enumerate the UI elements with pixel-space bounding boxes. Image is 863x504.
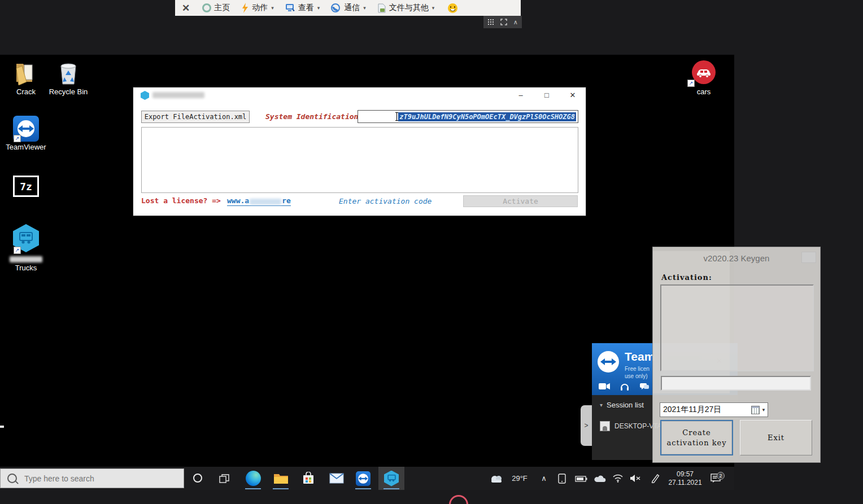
chevron-down-icon: ▾ [363,5,366,11]
volume-muted-icon[interactable] [628,467,643,490]
maximize-button[interactable]: □ [537,87,557,102]
keygen-close-button[interactable] [801,252,816,263]
avatar [600,421,610,431]
activation-dialog: – □ ✕ Export FileActivation.xml System I… [133,87,586,216]
create-button-line2: activation key [666,438,726,448]
export-fileactivation-button[interactable]: Export FileActivation.xml [141,111,250,123]
wifi-icon[interactable] [611,467,625,490]
license-list-box[interactable] [141,127,578,193]
onedrive-icon[interactable] [593,467,608,490]
toolbar-close-icon[interactable]: ✕ [182,2,190,14]
blurred-window-title [152,92,204,98]
toolbar-view-label: 查看 [298,3,314,13]
app-icon [141,91,149,100]
desktop-icon-label: cars [682,88,726,97]
chat-icon[interactable] [639,383,650,391]
session-list-header[interactable]: ▾ Session list [600,401,644,409]
desktop-icon-recycle-bin[interactable]: Recycle Bin [46,60,90,97]
shortcut-arrow-badge: ↗ [14,135,21,142]
teamviewer-brand-text: Team [625,350,655,363]
feedback-smiley-icon[interactable] [448,3,457,13]
panel-collapse-tab[interactable]: > [581,405,592,446]
desktop-icon-cars[interactable]: ↗ cars [682,60,726,97]
taskbar-search-box[interactable] [0,468,184,488]
toolbar-home-label: 主页 [214,3,230,13]
folder-icon [13,60,39,86]
taskbar-store-button[interactable] [295,467,321,490]
expand-icon[interactable] [500,19,507,25]
weather-icon[interactable] [489,467,504,490]
create-activation-key-button[interactable]: Create activation key [660,420,733,455]
chevron-down-icon: ▾ [317,5,320,11]
collapse-toolbar-icon[interactable]: ∧ [513,19,518,25]
toolbar-actions-button[interactable]: 动作 ▾ [241,3,274,13]
microsoft-store-icon [302,472,315,485]
mail-icon [329,473,344,484]
desktop-icon-teamviewer[interactable]: ↗ TeamViewer [4,116,48,152]
enter-activation-code-label: Enter activation code [339,197,432,205]
exit-button[interactable]: Exit [740,420,812,455]
date-picker[interactable]: 2021年11月27日 ▼ [660,402,768,417]
taskbar: 29°F ∧ 09:57 27.11.2021 2 [0,467,734,490]
taskbar-edge-button[interactable] [240,467,266,490]
video-call-icon[interactable] [599,383,610,390]
battery-icon[interactable] [574,467,589,490]
taskbar-autocom-button[interactable] [378,467,404,490]
toolbar-home-button[interactable]: 主页 [202,3,230,13]
keygen-title: v2020.23 Keygen [653,253,820,263]
activation-textarea[interactable] [660,284,814,371]
taskbar-teamviewer-button[interactable] [350,467,376,490]
file-icon [377,3,386,13]
search-icon [7,474,17,483]
task-view-button[interactable] [211,467,237,490]
toolbar-files-label: 文件与其他 [389,3,429,13]
chevron-down-icon: ▾ [600,402,603,408]
cortana-icon[interactable] [193,474,202,483]
action-center-button[interactable]: 2 [707,467,724,490]
toolbar-view-button[interactable]: 查看 ▾ [285,3,320,13]
toolbar-files-button[interactable]: 文件与其他 ▾ [377,3,435,13]
toolbar-communication-button[interactable]: 通信 ▾ [331,3,366,13]
grid-dots-icon[interactable] [487,19,495,26]
keygen-key-field[interactable] [661,376,811,391]
text-cursor [396,112,397,121]
session-list-label: Session list [607,401,644,409]
close-button[interactable]: ✕ [563,87,583,102]
desktop-icon-crack[interactable]: Crack [4,60,48,97]
toolbar-mini-bar: ∧ [483,16,522,28]
toolbar-communication-label: 通信 [344,3,360,13]
task-view-icon [219,474,229,483]
license-website-link[interactable]: www.a re [227,196,291,206]
taskbar-clock[interactable]: 09:57 27.11.2021 [666,467,704,490]
desktop-icon-7zip[interactable]: 7z [4,172,48,197]
monitor-icon [285,3,295,12]
tray-chevron-up-icon[interactable]: ∧ [538,467,550,490]
autocom-trucks-icon: ↗ [13,224,39,253]
desktop-icon-label: Trucks [4,264,48,273]
windows-ink-icon[interactable] [648,467,662,490]
activate-button-disabled[interactable]: Activate [463,195,578,207]
your-phone-icon[interactable] [556,467,568,490]
notification-badge: 2 [717,472,725,480]
weather-temperature[interactable]: 29°F [507,467,532,490]
blurred-label-line [10,256,42,262]
clock-date: 27.11.2021 [668,479,701,487]
date-picker-controls[interactable]: ▼ [751,406,766,414]
headset-icon[interactable] [620,383,629,391]
7zip-icon: 7z [13,176,39,197]
screen-edge-artifact [0,426,4,428]
chevron-down-icon: ▾ [271,5,274,11]
teamviewer-logo-icon [598,351,619,372]
toolbar-actions-label: 动作 [252,3,268,13]
taskbar-explorer-button[interactable] [268,467,294,490]
system-id-field[interactable]: zT9uJhULDefN9CyN5oPOmOEcTX_DVgzPlS0OcSHO… [358,110,578,123]
autocom-icon [384,471,399,487]
shortcut-arrow-badge: ↗ [14,247,21,254]
create-button-line1: Create [682,428,711,438]
search-input[interactable] [23,474,167,484]
exit-button-label: Exit [768,433,784,443]
desktop-icon-autocom-trucks[interactable]: ↗ Trucks [4,224,48,273]
date-value: 2021年11月27日 [663,405,721,415]
taskbar-mail-button[interactable] [324,467,350,490]
minimize-button[interactable]: – [511,87,531,102]
